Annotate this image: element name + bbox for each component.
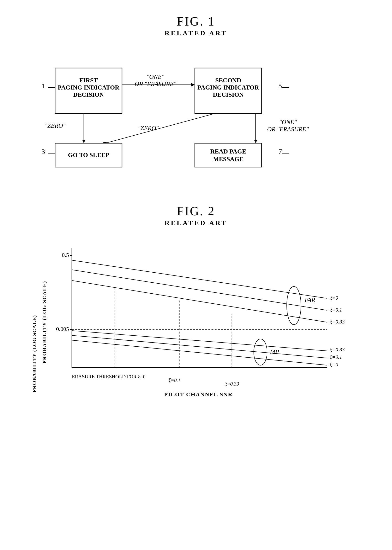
chart-svg: PROBABILITY (LOG SCALE) 0.5 0.005 — [41, 241, 351, 404]
svg-text:"ONE": "ONE" — [147, 73, 164, 80]
fig2-title: FIG. 2 — [19, 204, 373, 218]
svg-text:MESSAGE: MESSAGE — [213, 156, 243, 163]
fig2-subtitle: RELATED ART — [19, 219, 373, 227]
page: FIG. 1 RELATED ART "ONE" — [0, 0, 392, 550]
svg-text:5: 5 — [278, 82, 282, 90]
svg-text:SECOND: SECOND — [215, 77, 241, 84]
svg-text:"ONE": "ONE" — [279, 119, 297, 125]
svg-line-4 — [105, 113, 215, 143]
svg-text:MP: MP — [270, 348, 279, 355]
svg-text:ξ=0.33: ξ=0.33 — [330, 347, 345, 353]
svg-text:ξ=0.33: ξ=0.33 — [330, 319, 345, 325]
svg-text:3: 3 — [42, 147, 45, 155]
svg-text:ξ=0: ξ=0 — [330, 295, 338, 301]
svg-rect-32 — [195, 143, 262, 167]
svg-marker-7 — [254, 140, 257, 143]
svg-line-46 — [72, 331, 327, 351]
svg-point-49 — [287, 286, 301, 325]
svg-text:OR "ERASURE": OR "ERASURE" — [267, 126, 309, 133]
svg-text:7: 7 — [278, 147, 282, 155]
svg-text:0.005: 0.005 — [56, 326, 69, 332]
fig1-title: FIG. 1 — [19, 14, 373, 28]
svg-line-48 — [72, 340, 327, 365]
svg-text:OR "ERASURE": OR "ERASURE" — [135, 80, 176, 87]
svg-text:ξ=0.1: ξ=0.1 — [330, 354, 342, 360]
chart-container: PROBABILITY (LOG SCALE) PROBABILITY (LOG… — [41, 241, 351, 389]
svg-text:DECISION: DECISION — [213, 91, 244, 98]
svg-line-44 — [72, 270, 327, 310]
svg-text:ξ=0: ξ=0 — [330, 362, 338, 367]
svg-marker-3 — [82, 140, 85, 143]
svg-text:1: 1 — [42, 82, 45, 90]
svg-line-45 — [72, 280, 327, 322]
fig1-section: FIG. 1 RELATED ART "ONE" — [19, 14, 373, 185]
svg-text:ξ=0.1: ξ=0.1 — [168, 377, 180, 383]
svg-text:ξ=0.33: ξ=0.33 — [225, 381, 239, 387]
svg-line-47 — [72, 335, 327, 358]
svg-text:READ PAGE: READ PAGE — [210, 148, 246, 155]
fig1-subtitle: RELATED ART — [19, 29, 373, 37]
svg-text:ξ=0.1: ξ=0.1 — [330, 307, 342, 313]
svg-text:GO TO SLEEP: GO TO SLEEP — [68, 152, 109, 159]
svg-text:"ZERO": "ZERO" — [138, 125, 159, 132]
svg-text:DECISION: DECISION — [73, 91, 104, 98]
svg-text:"ZERO": "ZERO" — [45, 122, 66, 129]
svg-text:ERASURE THRESHOLD FOR  ξ=0: ERASURE THRESHOLD FOR ξ=0 — [72, 374, 145, 380]
y-axis-label: PROBABILITY (LOG SCALE) — [31, 315, 37, 392]
fig2-section: FIG. 2 RELATED ART PROBABILITY (LOG SCAL… — [19, 204, 373, 389]
flowchart: "ONE" OR "ERASURE" "ZERO" "ZERO" "ONE" O… — [29, 51, 363, 185]
svg-text:PROBABILITY (LOG SCALE): PROBABILITY (LOG SCALE) — [41, 281, 47, 363]
svg-line-43 — [72, 260, 327, 298]
svg-text:FAR: FAR — [304, 297, 315, 303]
svg-text:PAGING INDICATOR: PAGING INDICATOR — [197, 84, 259, 91]
svg-text:PAGING INDICATOR: PAGING INDICATOR — [58, 84, 119, 91]
flowchart-svg: "ONE" OR "ERASURE" "ZERO" "ZERO" "ONE" O… — [29, 51, 363, 185]
svg-marker-1 — [191, 83, 195, 86]
svg-text:0.5: 0.5 — [62, 252, 69, 258]
svg-text:PILOT CHANNEL SNR: PILOT CHANNEL SNR — [164, 391, 233, 397]
svg-text:FIRST: FIRST — [79, 77, 98, 84]
